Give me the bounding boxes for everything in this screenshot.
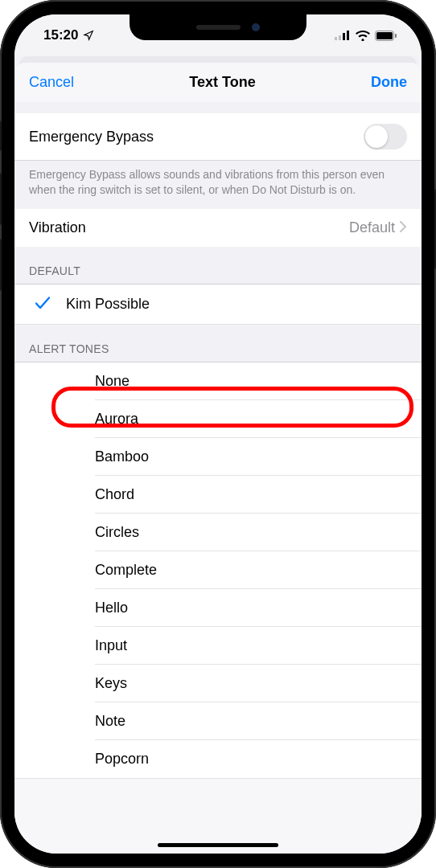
alert-tone-label: Circles [29,524,139,541]
default-tone-row[interactable]: Kim Possible [14,284,422,325]
vibration-label: Vibration [29,219,86,236]
alert-tone-label: Popcorn [29,751,149,768]
alert-tone-label: Complete [29,562,157,579]
nav-bar: Cancel Text Tone Done [14,63,422,102]
alert-tone-row[interactable]: Complete [14,551,422,589]
alert-tone-row[interactable]: Circles [14,514,422,551]
vibration-value: Default [349,219,395,236]
alert-tone-row[interactable]: Aurora [14,400,422,438]
alert-tone-row[interactable]: Chord [14,476,422,514]
alert-tone-row[interactable]: Note [14,702,422,740]
svg-rect-5 [376,32,393,39]
alert-tone-label: Note [29,713,125,730]
vibration-row[interactable]: Vibration Default [14,209,422,247]
wifi-icon [356,31,370,41]
cellular-icon [335,31,351,40]
home-indicator [158,843,278,847]
default-tone-label: Kim Possible [56,296,150,313]
volume-up-button [0,173,2,225]
alert-tone-label: Bamboo [29,448,149,465]
emergency-bypass-footer: Emergency Bypass allows sounds and vibra… [14,161,422,209]
modal-sheet: Cancel Text Tone Done Emergency Bypass E… [14,63,422,854]
emergency-bypass-row[interactable]: Emergency Bypass [14,113,422,161]
alert-tone-row[interactable]: None [14,362,422,400]
alert-tone-row[interactable]: Hello [14,589,422,627]
cancel-button[interactable]: Cancel [29,74,74,91]
alert-tone-label: Keys [29,675,127,692]
alert-tone-row[interactable]: Keys [14,665,422,702]
volume-down-button [0,239,2,291]
section-header-default: DEFAULT [14,247,422,284]
svg-rect-6 [395,34,397,38]
section-header-alert: ALERT TONES [14,325,422,362]
battery-icon [375,31,397,41]
emergency-bypass-toggle[interactable] [364,124,407,149]
svg-rect-3 [347,31,349,40]
done-button[interactable]: Done [371,74,407,91]
toggle-knob [365,125,388,148]
alert-tone-label: Input [29,637,127,654]
alert-tone-label: Aurora [29,411,138,428]
page-title: Text Tone [189,74,255,91]
status-time: 15:20 [43,27,78,43]
svg-rect-2 [343,33,345,40]
chevron-right-icon [400,219,407,236]
emergency-bypass-label: Emergency Bypass [29,129,154,145]
alert-tone-label: None [29,373,130,390]
alert-tone-row[interactable]: Popcorn [14,740,422,779]
svg-rect-0 [335,37,337,40]
alert-tone-label: Hello [29,600,128,616]
checkmark-icon [35,295,50,313]
alert-tone-label: Chord [29,486,134,503]
location-icon [83,30,94,41]
alert-tone-row[interactable]: Bamboo [14,438,422,476]
alert-tone-row[interactable]: Input [14,627,422,665]
scroll-content[interactable]: Emergency Bypass Emergency Bypass allows… [14,102,422,854]
svg-rect-1 [339,35,341,40]
silent-switch [0,121,2,151]
device-notch [130,14,306,40]
alert-tones-list: NoneAuroraBambooChordCirclesCompleteHell… [14,362,422,779]
